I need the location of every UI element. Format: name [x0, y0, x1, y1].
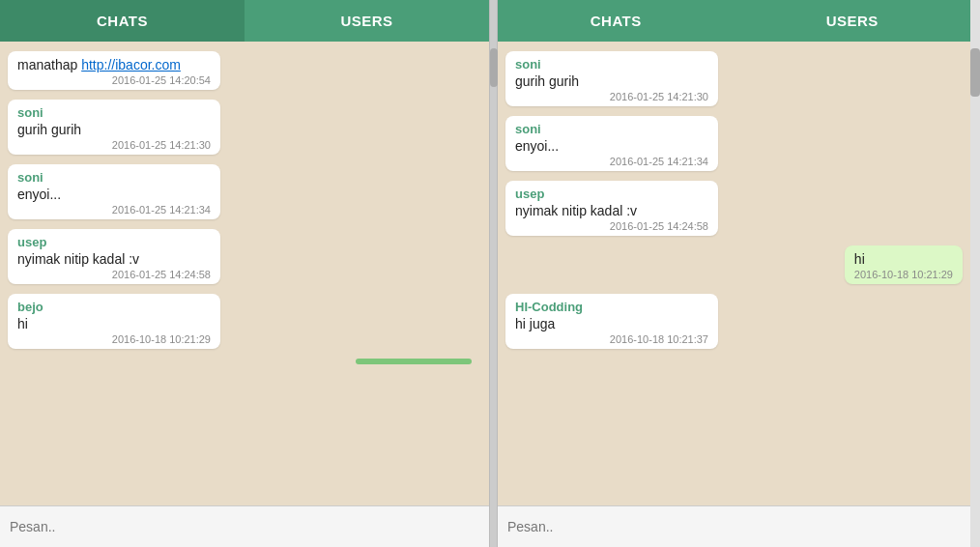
- message-bubble: bejo hi 2016-10-18 10:21:29: [8, 294, 220, 349]
- tab-chats-right[interactable]: CHATS: [498, 0, 735, 42]
- panel-right: CHATS USERS soni gurih gurih 2016-01-25 …: [498, 0, 970, 547]
- message-bubble: manathap http://ibacor.com 2016-01-25 14…: [8, 51, 220, 90]
- message-timestamp: 2016-01-25 14:20:54: [17, 74, 211, 86]
- message-timestamp: 2016-10-18 10:21:29: [854, 269, 953, 280]
- scrollbar-thumb[interactable]: [490, 48, 498, 87]
- message-sender: soni: [515, 122, 708, 136]
- message-timestamp: 2016-01-25 14:21:34: [515, 156, 708, 167]
- message-timestamp: 2016-01-25 14:24:58: [17, 269, 211, 280]
- tab-users-right[interactable]: USERS: [735, 0, 971, 42]
- message-text: hi: [854, 251, 953, 267]
- right-scrollbar: [970, 0, 980, 547]
- message-sender: soni: [17, 170, 211, 185]
- message-bubble: usep nyimak nitip kadal :v 2016-01-25 14…: [505, 181, 718, 236]
- message-text: hi juga: [515, 316, 708, 331]
- message-timestamp: 2016-10-18 10:21:37: [515, 333, 708, 345]
- panel-right-header: CHATS USERS: [498, 0, 970, 42]
- panel-left-header: CHATS USERS: [0, 0, 489, 42]
- message-sender: HI-Codding: [515, 300, 708, 314]
- panel-left: CHATS USERS manathap http://ibacor.com 2…: [0, 0, 490, 547]
- message-sender: usep: [17, 235, 211, 249]
- message-bubble: soni enyoi... 2016-01-25 14:21:34: [505, 116, 718, 171]
- chat-area-left[interactable]: manathap http://ibacor.com 2016-01-25 14…: [0, 42, 489, 505]
- message-sender: soni: [17, 105, 211, 120]
- message-text: nyimak nitip kadal :v: [515, 203, 708, 218]
- chat-area-right[interactable]: soni gurih gurih 2016-01-25 14:21:30 son…: [498, 42, 970, 505]
- message-text: gurih gurih: [515, 73, 708, 89]
- message-sender: usep: [515, 187, 708, 201]
- message-timestamp: 2016-10-18 10:21:29: [17, 333, 211, 345]
- message-timestamp: 2016-01-25 14:21:34: [17, 204, 211, 216]
- tab-users-left[interactable]: USERS: [245, 0, 489, 42]
- input-area-left: [0, 505, 489, 547]
- message-text: enyoi...: [17, 187, 211, 202]
- tab-chats-left[interactable]: CHATS: [0, 0, 245, 42]
- message-text: enyoi...: [515, 138, 708, 154]
- message-link[interactable]: http://ibacor.com: [81, 57, 181, 72]
- message-bubble-sent: hi 2016-10-18 10:21:29: [845, 245, 963, 284]
- message-text: nyimak nitip kadal :v: [17, 251, 211, 267]
- message-input-right[interactable]: [507, 519, 961, 534]
- message-text: gurih gurih: [17, 122, 211, 137]
- right-scrollbar-thumb[interactable]: [970, 48, 980, 97]
- message-bubble: soni enyoi... 2016-01-25 14:21:34: [8, 164, 220, 219]
- message-bubble: soni gurih gurih 2016-01-25 14:21:30: [8, 100, 220, 155]
- message-input-left[interactable]: [10, 519, 479, 534]
- message-text: manathap http://ibacor.com: [17, 57, 211, 72]
- scrollbar-divider: [490, 0, 498, 547]
- message-timestamp: 2016-01-25 14:21:30: [17, 139, 211, 151]
- input-area-right: [498, 505, 970, 547]
- message-bubble: usep nyimak nitip kadal :v 2016-01-25 14…: [8, 229, 220, 284]
- green-bar: [356, 359, 472, 364]
- message-sender: soni: [515, 57, 708, 72]
- message-text: hi: [17, 316, 211, 331]
- message-bubble: soni gurih gurih 2016-01-25 14:21:30: [505, 51, 718, 106]
- message-timestamp: 2016-01-25 14:24:58: [515, 220, 708, 232]
- message-bubble: HI-Codding hi juga 2016-10-18 10:21:37: [505, 294, 718, 349]
- message-sender: bejo: [17, 300, 211, 314]
- message-timestamp: 2016-01-25 14:21:30: [515, 91, 708, 102]
